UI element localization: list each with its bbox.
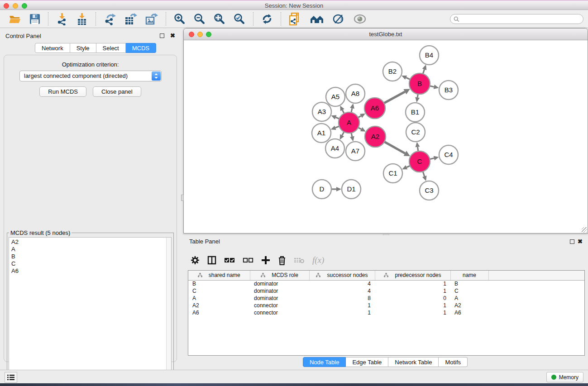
node-C1[interactable]: C1 <box>383 164 402 183</box>
delete-columns-icon[interactable] <box>278 256 286 265</box>
column-header-predecessor-nodes[interactable]: predecessor nodes <box>375 271 450 280</box>
create-column-icon[interactable] <box>261 256 270 265</box>
edge-B-B3[interactable] <box>430 86 434 87</box>
node-A5[interactable]: A5 <box>326 87 345 106</box>
node-A[interactable]: A <box>339 112 359 133</box>
result-list-scrollbar[interactable] <box>166 238 171 385</box>
close-table-panel-icon[interactable]: ✖ <box>578 238 583 245</box>
node-table[interactable]: shared nameMCDS rolesuccessor nodesprede… <box>188 270 585 356</box>
node-A2[interactable]: A2 <box>365 126 386 147</box>
table-row[interactable]: Bdominator41B <box>188 280 584 287</box>
mcds-result-list[interactable]: A2ABCA6 <box>9 237 172 386</box>
result-item[interactable]: B <box>11 253 171 260</box>
open-file-icon[interactable] <box>5 11 25 27</box>
export-table-icon[interactable] <box>120 11 141 27</box>
zoom-in-icon[interactable] <box>170 11 190 27</box>
search-field[interactable] <box>450 14 583 24</box>
node-B2[interactable]: B2 <box>383 62 402 81</box>
close-panel-icon[interactable]: ✖ <box>170 32 175 39</box>
column-header-name[interactable]: name <box>450 271 488 280</box>
float-panel-icon[interactable] <box>160 33 164 38</box>
float-table-panel-icon[interactable] <box>570 239 574 244</box>
column-header-successor-nodes[interactable]: successor nodes <box>309 271 375 280</box>
node-A3[interactable]: A3 <box>312 102 331 121</box>
table-row[interactable]: A6connector11A6 <box>188 309 584 316</box>
function-builder-icon[interactable]: f(x) <box>312 255 324 265</box>
apply-layout-icon[interactable] <box>257 11 277 27</box>
close-panel-button[interactable]: Close panel <box>93 86 141 97</box>
node-B1[interactable]: B1 <box>406 103 425 122</box>
deselect-all-rows-icon[interactable] <box>243 257 253 263</box>
tab-style[interactable]: Style <box>70 43 96 53</box>
memory-button[interactable]: Memory <box>546 372 583 382</box>
edge-B-B4[interactable] <box>423 69 424 74</box>
table-row[interactable]: Adominator80A <box>188 295 584 302</box>
tab-motifs[interactable]: Motifs <box>439 357 468 367</box>
node-A8[interactable]: A8 <box>346 84 365 103</box>
node-A6[interactable]: A6 <box>364 98 385 119</box>
tab-network[interactable]: Network <box>35 43 70 53</box>
edge-C-C2[interactable] <box>418 147 418 152</box>
edge-B-B2[interactable] <box>406 78 410 80</box>
edge-A6-B[interactable] <box>384 92 405 103</box>
run-mcds-button[interactable]: Run MCDS <box>39 86 86 97</box>
node-C4[interactable]: C4 <box>439 145 458 164</box>
node-C[interactable]: C <box>409 151 430 172</box>
edge-A-A1[interactable] <box>335 126 339 128</box>
column-header-MCDS-role[interactable]: MCDS role <box>250 271 309 280</box>
edge-A-A3[interactable] <box>336 117 339 119</box>
new-network-from-selection-icon[interactable] <box>285 11 306 27</box>
export-network-icon[interactable] <box>100 11 120 27</box>
task-history-button[interactable] <box>5 372 17 383</box>
node-D[interactable]: D <box>312 180 331 199</box>
result-item[interactable]: A6 <box>11 267 171 275</box>
node-A1[interactable]: A1 <box>312 124 331 143</box>
node-A4[interactable]: A4 <box>325 139 344 158</box>
node-B3[interactable]: B3 <box>439 81 458 100</box>
window-resize-grip[interactable] <box>582 227 587 233</box>
edge-A-A5[interactable] <box>342 110 344 113</box>
first-neighbors-icon[interactable] <box>306 11 328 27</box>
zoom-selected-icon[interactable] <box>229 11 249 27</box>
edge-A2-C[interactable] <box>384 142 405 153</box>
tab-select[interactable]: Select <box>96 43 126 53</box>
result-item[interactable]: A2 <box>11 238 171 246</box>
node-B[interactable]: B <box>409 73 430 94</box>
tab-network-table[interactable]: Network Table <box>388 357 439 367</box>
search-input[interactable] <box>461 16 583 22</box>
result-item[interactable]: C <box>11 260 171 267</box>
result-item[interactable]: A <box>11 246 171 253</box>
show-columns-icon[interactable] <box>207 256 216 265</box>
tab-node-table[interactable]: Node Table <box>303 357 346 367</box>
vertical-splitter-grip[interactable] <box>181 195 184 201</box>
network-canvas[interactable]: B4B2BB3A8A5A6B1A3AA1C2A2A4A7C4CC1C3DD1 <box>184 41 587 233</box>
import-table-from-file-icon[interactable] <box>72 11 92 27</box>
show-hide-styles-icon[interactable] <box>328 11 349 27</box>
edge-A-A7[interactable] <box>351 133 352 136</box>
column-settings-icon[interactable] <box>191 256 200 265</box>
export-image-icon[interactable] <box>141 11 162 27</box>
table-row[interactable]: Cdominator41C <box>188 287 584 295</box>
table-row[interactable]: A2connector11A2 <box>188 302 584 309</box>
node-B4[interactable]: B4 <box>420 46 439 65</box>
tab-edge-table[interactable]: Edge Table <box>346 357 388 367</box>
node-C3[interactable]: C3 <box>420 181 439 200</box>
node-D1[interactable]: D1 <box>342 180 361 199</box>
zoom-out-icon[interactable] <box>190 11 210 27</box>
tab-mcds[interactable]: MCDS <box>126 43 156 53</box>
save-session-icon[interactable] <box>25 11 44 27</box>
criterion-dropdown[interactable]: largest connected component (directed) <box>19 71 162 81</box>
edge-A-A4[interactable] <box>342 132 344 135</box>
edge-C-C1[interactable] <box>406 166 410 167</box>
edge-C-C3[interactable] <box>423 172 425 176</box>
show-hide-graphics-details-icon[interactable] <box>349 11 371 27</box>
node-A7[interactable]: A7 <box>346 142 365 161</box>
select-all-rows-icon[interactable] <box>224 257 235 263</box>
column-header-shared-name[interactable]: shared name <box>188 271 250 280</box>
delete-table-icon[interactable] <box>294 257 305 264</box>
edge-C-C4[interactable] <box>430 158 434 159</box>
network-graph[interactable]: B4B2BB3A8A5A6B1A3AA1C2A2A4A7C4CC1C3DD1 <box>184 41 587 233</box>
import-network-from-file-icon[interactable] <box>52 11 72 27</box>
edge-A-A8[interactable] <box>351 108 352 112</box>
node-C2[interactable]: C2 <box>406 123 425 142</box>
